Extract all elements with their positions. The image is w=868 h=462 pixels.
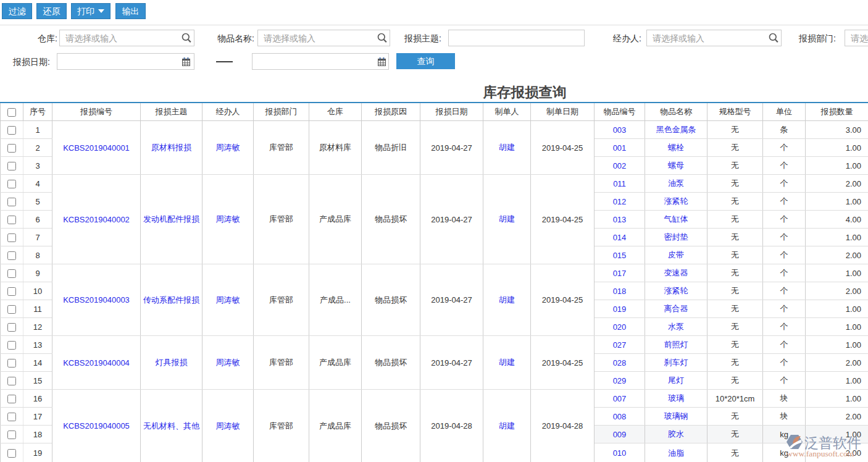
svg-text:www.fanpusoft.com: www.fanpusoft.com (787, 449, 854, 458)
